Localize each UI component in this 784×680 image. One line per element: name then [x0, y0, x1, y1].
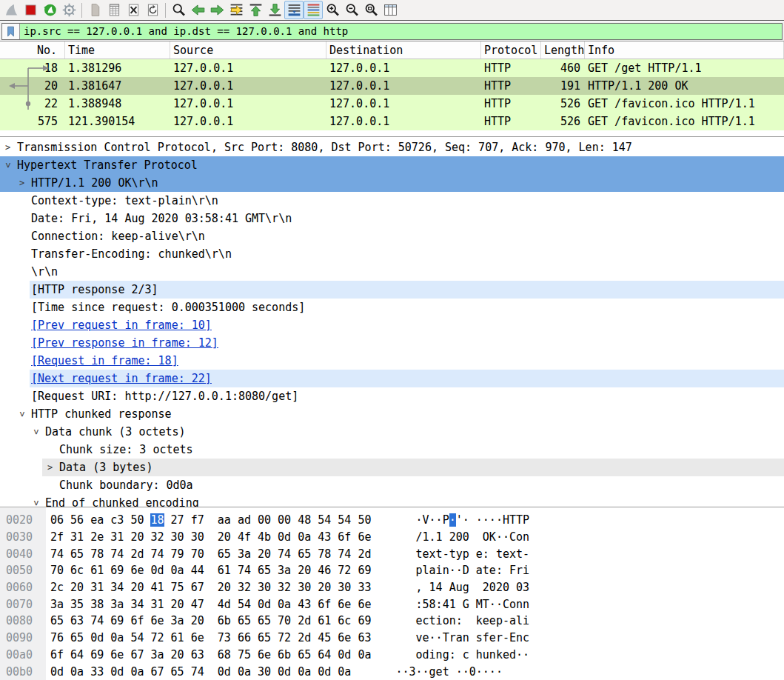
resize-columns-button[interactable] [381, 1, 400, 19]
detail-link[interactable]: [Next request in frame: 22] [30, 372, 212, 385]
hex-bytes[interactable]: 76 65 0d 0a 54 72 61 6e 73 66 65 72 2d 4… [46, 631, 372, 644]
hex-bytes[interactable]: 2c 20 31 34 20 41 75 67 20 32 30 32 30 2… [46, 581, 372, 594]
selected-byte[interactable]: 18 [150, 513, 164, 527]
capture-options-button[interactable] [59, 1, 78, 19]
hex-bytes[interactable]: 70 6c 61 69 6e 0d 0a 44 61 74 65 3a 20 4… [46, 564, 372, 577]
hex-bytes[interactable]: 3a 35 38 3a 34 31 20 47 4d 54 0d 0a 43 6… [46, 598, 372, 611]
hex-ascii[interactable]: ection: keep-ali [372, 614, 530, 627]
hex-ascii[interactable]: text-typ e: text- [372, 547, 530, 561]
hex-row-00a0[interactable]: 00a06f 64 69 6e 67 3a 20 63 68 75 6e 6b … [0, 647, 784, 664]
column-header-length[interactable]: Length [541, 41, 585, 59]
hex-ascii[interactable]: :58:41 G MT··Conn [372, 598, 530, 611]
chevron-expanded-icon[interactable]: > [0, 160, 16, 170]
zoom-in-button[interactable] [323, 1, 342, 19]
hex-bytes[interactable]: 0d 0a 33 0d 0a 67 65 74 0d 0a 30 0d 0a 0… [46, 665, 351, 679]
detail-row[interactable]: >Transmission Control Protocol, Src Port… [0, 139, 784, 156]
detail-link[interactable]: [Prev request in frame: 10] [30, 319, 212, 332]
hex-bytes[interactable]: 06 56 ea c3 50 18 27 f7 aa ad 00 00 48 5… [46, 513, 372, 527]
chevron-expanded-icon[interactable]: > [28, 498, 44, 507]
hex-row-0030[interactable]: 00302f 31 2e 31 20 32 30 30 20 4f 4b 0d … [0, 529, 784, 546]
save-capture-file-button[interactable] [104, 1, 124, 19]
column-header-time[interactable]: Time [65, 41, 170, 59]
detail-link[interactable]: [Prev response in frame: 12] [30, 336, 218, 350]
close-capture-file-button[interactable] [124, 1, 143, 19]
column-header-protocol[interactable]: Protocol [481, 41, 541, 59]
colorize-toggle-button[interactable] [304, 1, 323, 19]
chevron-collapsed-icon[interactable]: > [0, 142, 16, 153]
detail-row[interactable]: Connection: keep-alive\r\n [0, 227, 784, 245]
zoom-out-button[interactable] [342, 1, 361, 19]
go-to-packet-button[interactable] [227, 1, 246, 19]
go-first-packet-button[interactable] [246, 1, 265, 19]
detail-row[interactable]: Chunk boundary: 0d0a [0, 476, 784, 494]
detail-row[interactable]: >Hypertext Transfer Protocol [0, 156, 784, 174]
restart-icon [42, 2, 58, 18]
hex-row-0070[interactable]: 00703a 35 38 3a 34 31 20 47 4d 54 0d 0a … [0, 596, 784, 613]
hex-row-0020[interactable]: 002006 56 ea c3 50 18 27 f7 aa ad 00 00 … [0, 512, 784, 529]
detail-row[interactable]: [Prev request in frame: 10] [0, 316, 784, 334]
detail-row[interactable]: \r\n [0, 263, 784, 281]
chevron-expanded-icon[interactable]: > [14, 409, 30, 419]
detail-link[interactable]: [Request in frame: 18] [30, 354, 178, 367]
detail-row[interactable]: >Data chunk (3 octets) [0, 423, 784, 441]
packet-row-20[interactable]: 201.381647127.0.0.1127.0.0.1HTTP191HTTP/… [0, 77, 784, 95]
hex-bytes[interactable]: 74 65 78 74 2d 74 79 70 65 3a 20 74 65 7… [46, 547, 372, 561]
detail-row[interactable]: >Data (3 bytes) [0, 459, 784, 476]
indent-spacer [0, 281, 30, 299]
display-filter-field[interactable]: ip.src == 127.0.0.1 and ip.dst == 127.0.… [1, 23, 783, 40]
detail-row[interactable]: [Next request in frame: 22] [0, 370, 784, 387]
packet-row-575[interactable]: 575121.390154127.0.0.1127.0.0.1HTTP526GE… [0, 113, 784, 130]
filter-bookmark-button[interactable] [2, 24, 20, 39]
open-capture-file-button[interactable] [85, 1, 104, 19]
hex-row-0040[interactable]: 004074 65 78 74 2d 74 79 70 65 3a 20 74 … [0, 545, 784, 562]
hex-row-0050[interactable]: 005070 6c 61 69 6e 0d 0a 44 61 74 65 3a … [0, 562, 784, 579]
hex-row-0080[interactable]: 008065 63 74 69 6f 6e 3a 20 6b 65 65 70 … [0, 613, 784, 630]
hex-ascii[interactable]: ·V··P·'· ····HTTP [372, 513, 530, 527]
hex-row-0060[interactable]: 00602c 20 31 34 20 41 75 67 20 32 30 32 … [0, 579, 784, 596]
hex-row-0090[interactable]: 009076 65 0d 0a 54 72 61 6e 73 66 65 72 … [0, 630, 784, 647]
zoom-100-button[interactable] [361, 1, 381, 19]
reload-capture-file-button[interactable] [143, 1, 162, 19]
detail-row[interactable]: [HTTP response 2/3] [0, 281, 784, 299]
packet-row-18[interactable]: 181.381296127.0.0.1127.0.0.1HTTP460GET /… [0, 59, 784, 77]
detail-row[interactable]: >End of chunked encoding [0, 494, 784, 507]
find-packet-button[interactable] [169, 1, 188, 19]
hex-ascii[interactable]: ve··Tran sfer-Enc [372, 631, 530, 644]
detail-row[interactable]: [Time since request: 0.000351000 seconds… [0, 299, 784, 316]
detail-row[interactable]: [Request URI: http://127.0.0.1:8080/get] [0, 387, 784, 405]
hex-row-00b0[interactable]: 00b00d 0a 33 0d 0a 67 65 74 0d 0a 30 0d … [0, 663, 784, 680]
hex-ascii[interactable]: , 14 Aug 2020 03 [372, 581, 530, 594]
detail-row[interactable]: Chunk size: 3 octets [0, 441, 784, 459]
hex-ascii[interactable]: ··3··get ··0···· [351, 665, 503, 679]
detail-row[interactable]: Transfer-Encoding: chunked\r\n [0, 245, 784, 263]
hex-bytes[interactable]: 6f 64 69 6e 67 3a 20 63 68 75 6e 6b 65 6… [46, 648, 372, 661]
detail-row[interactable]: [Request in frame: 18] [0, 352, 784, 370]
start-capture-button[interactable] [1, 1, 21, 19]
detail-row[interactable]: >HTTP chunked response [0, 405, 784, 423]
column-header-no[interactable]: No. [0, 41, 65, 59]
display-filter-input[interactable]: ip.src == 127.0.0.1 and ip.dst == 127.0.… [20, 24, 782, 39]
detail-row[interactable]: >HTTP/1.1 200 OK\r\n [0, 174, 784, 192]
column-header-source[interactable]: Source [170, 41, 326, 59]
hex-bytes[interactable]: 65 63 74 69 6f 6e 3a 20 6b 65 65 70 2d 6… [46, 614, 372, 627]
go-next-packet-button[interactable] [207, 1, 227, 19]
restart-capture-button[interactable] [40, 1, 59, 19]
stop-capture-button[interactable] [21, 1, 40, 19]
detail-row[interactable]: Context-type: text-plain\r\n [0, 192, 784, 210]
hex-ascii[interactable]: plain··D ate: Fri [372, 564, 530, 577]
detail-row[interactable]: [Prev response in frame: 12] [0, 334, 784, 352]
hex-ascii[interactable]: oding: c hunked·· [372, 648, 530, 661]
detail-row[interactable]: Date: Fri, 14 Aug 2020 03:58:41 GMT\r\n [0, 210, 784, 227]
go-previous-packet-button[interactable] [188, 1, 207, 19]
packet-row-22[interactable]: 221.388948127.0.0.1127.0.0.1HTTP526GET /… [0, 95, 784, 113]
column-header-info[interactable]: Info [585, 41, 784, 59]
hex-ascii[interactable]: /1.1 200 OK··Con [372, 530, 530, 544]
hex-bytes[interactable]: 2f 31 2e 31 20 32 30 30 20 4f 4b 0d 0a 4… [46, 530, 372, 544]
chevron-collapsed-icon[interactable]: > [14, 178, 30, 188]
chevron-collapsed-icon[interactable]: > [42, 462, 58, 473]
chevron-expanded-icon[interactable]: > [28, 427, 44, 437]
go-last-packet-button[interactable] [265, 1, 284, 19]
column-header-destination[interactable]: Destination [326, 41, 481, 59]
auto-scroll-toggle-button[interactable] [284, 1, 304, 19]
indent-spacer [0, 387, 30, 405]
